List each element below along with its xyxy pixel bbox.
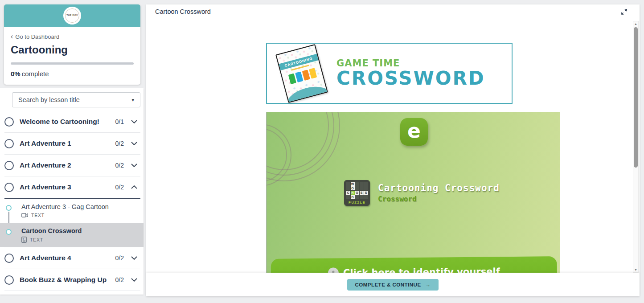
arrow-right-icon: → — [426, 282, 431, 287]
embed-title-row: WOCROSSD PUZZLE Cartooning Crossword Cro… — [344, 180, 500, 206]
chevron-down-icon — [131, 278, 137, 282]
scrollbar-thumb[interactable] — [634, 27, 638, 168]
crossword-cell-empty — [364, 182, 368, 186]
chapter-count: 0/1 — [115, 118, 124, 125]
easelly-logo-letter: e — [407, 121, 421, 141]
chapter-count: 0/2 — [115, 184, 124, 191]
chapter-title: Book Buzz & Wrapping Up — [20, 276, 115, 284]
crossword-caption: PUZZLE — [349, 201, 365, 205]
booklet-card-green — [288, 73, 296, 84]
identify-cta-inner: Click here to identify yourself — [271, 266, 557, 273]
easelly-embed: e WOCROSSD PUZZLE Cartooning Crossword C… — [266, 112, 560, 273]
booklet-card-yellow — [309, 68, 317, 79]
chapter-title: Art Adventure 1 — [20, 139, 115, 147]
chapter-row[interactable]: Art Adventure 30/2 — [0, 176, 144, 198]
lesson-list-panel: Search by lesson title ▾ Welcome to Cart… — [0, 88, 144, 295]
lesson-type: TEXT — [21, 213, 137, 218]
content-scrollbar[interactable]: ▲ ▼ — [633, 21, 639, 273]
text-page-icon: T — [21, 237, 27, 243]
chapter-row[interactable]: Art Adventure 20/2 — [0, 155, 144, 176]
chapter-row[interactable]: Art Adventure 10/2 — [0, 133, 144, 154]
lesson-progress-circle — [6, 229, 12, 235]
dropdown-caret-icon: ▾ — [131, 97, 134, 103]
chapter-row[interactable]: Welcome to Cartooning!0/1 — [0, 111, 144, 132]
svg-text:T: T — [23, 237, 25, 240]
embed-titles: Cartooning Crossword Crossword — [378, 183, 500, 203]
video-camera-icon — [21, 213, 28, 218]
lesson-footer: COMPLETE & CONTINUE → — [146, 273, 640, 296]
expand-diagonal-icon — [620, 8, 628, 16]
chapter-progress-circle — [4, 139, 14, 148]
crossword-cell-letter: C — [346, 191, 350, 195]
lesson-header: Cartoon Crossword — [146, 4, 640, 19]
crossword-cell-letter: O — [351, 186, 355, 190]
chapter-row[interactable]: Book Buzz & Wrapping Up0/2 — [0, 269, 144, 291]
lesson-row[interactable]: Art Adventure 3 - Gag CartoonTEXT — [0, 199, 144, 223]
person-icon — [328, 267, 339, 273]
lesson-row-title: Cartoon Crossword — [21, 227, 137, 234]
chevron-down-icon — [131, 142, 137, 145]
crossword-cell-empty — [346, 195, 350, 199]
crossword-cell-empty — [364, 195, 368, 199]
crossword-puzzle-icon: WOCROSSD PUZZLE — [344, 180, 370, 206]
chapter-list: Welcome to Cartooning!0/1Art Adventure 1… — [0, 111, 144, 291]
crossword-cell-empty — [346, 182, 350, 186]
crossword-cell-letter: O — [355, 191, 359, 195]
chevron-down-icon — [131, 164, 137, 167]
brand-logo-text: THE BOX — [65, 8, 79, 23]
game-time-banner: CARTOONING GAME TIME CROSSWORD — [266, 43, 513, 104]
crossword-cell-empty — [360, 182, 364, 186]
scroll-up-arrow-icon[interactable]: ▲ — [633, 22, 638, 25]
course-card-header: THE BOX — [4, 4, 140, 27]
brand-logo: THE BOX — [63, 7, 81, 25]
lesson-type-label: TEXT — [31, 213, 45, 218]
progress-label: complete — [22, 70, 49, 78]
course-card: THE BOX ‹ Go to Dashboard Cartooning 0%c… — [4, 4, 140, 85]
easelly-logo: e — [400, 118, 428, 146]
complete-continue-button[interactable]: COMPLETE & CONTINUE → — [347, 279, 438, 291]
chapter-count: 0/2 — [115, 276, 124, 283]
crossword-cell-empty — [355, 186, 359, 190]
lesson-content: CARTOONING GAME TIME CROSSWORD — [146, 20, 640, 273]
chapter-title: Art Adventure 3 — [20, 183, 115, 191]
lesson-row[interactable]: Cartoon CrosswordTTEXT — [0, 223, 144, 247]
crossword-cell-empty — [355, 195, 359, 199]
progress-bar — [11, 62, 134, 65]
embed-title: Cartooning Crossword — [378, 183, 500, 193]
lesson-panel: Cartoon Crossword CARTOONING — [146, 4, 640, 296]
chapter-progress-circle — [4, 161, 14, 170]
banner-text: GAME TIME CROSSWORD — [336, 58, 485, 88]
course-title: Cartooning — [11, 44, 134, 56]
crossword-cell-letter: S — [364, 191, 368, 195]
booklet-card-orange — [302, 70, 310, 81]
lesson-progress-circle — [6, 205, 12, 211]
crossword-cell-letter: R — [351, 191, 355, 195]
crossword-cell-empty — [346, 186, 350, 190]
progress-percent: 0% — [11, 70, 21, 78]
crossword-cell-empty — [360, 195, 364, 199]
chevron-down-icon — [131, 256, 137, 260]
fullscreen-expand-button[interactable] — [620, 8, 628, 16]
crossword-cell-letter: S — [360, 191, 364, 195]
chapter-title: Art Adventure 2 — [20, 161, 115, 169]
banner-title: CROSSWORD — [336, 69, 485, 88]
identify-cta-button[interactable]: Click here to identify yourself — [271, 256, 558, 273]
scroll-down-arrow-icon[interactable]: ▼ — [633, 268, 638, 271]
go-to-dashboard-link[interactable]: ‹ Go to Dashboard — [11, 33, 134, 40]
chapter-progress-circle — [4, 254, 14, 263]
chapter-row[interactable]: Art Adventure 40/2 — [0, 247, 144, 269]
course-sidebar: THE BOX ‹ Go to Dashboard Cartooning 0%c… — [0, 0, 144, 303]
chapter-count: 0/2 — [115, 254, 124, 262]
crossword-cell-empty — [355, 182, 359, 186]
chapter-progress-circle — [4, 117, 14, 127]
lesson-type-label: TEXT — [30, 237, 43, 242]
embed-subtitle: Crossword — [378, 195, 500, 203]
complete-continue-label: COMPLETE & CONTINUE — [355, 282, 421, 287]
chevron-left-icon: ‹ — [11, 33, 13, 40]
crossword-cell-empty — [360, 186, 364, 190]
crossword-cell-letter: D — [351, 195, 355, 199]
chapter-title: Welcome to Cartooning! — [20, 118, 115, 126]
divider — [4, 291, 140, 291]
lesson-row-title: Art Adventure 3 - Gag Cartoon — [21, 203, 137, 210]
lesson-search-dropdown[interactable]: Search by lesson title ▾ — [12, 92, 140, 107]
